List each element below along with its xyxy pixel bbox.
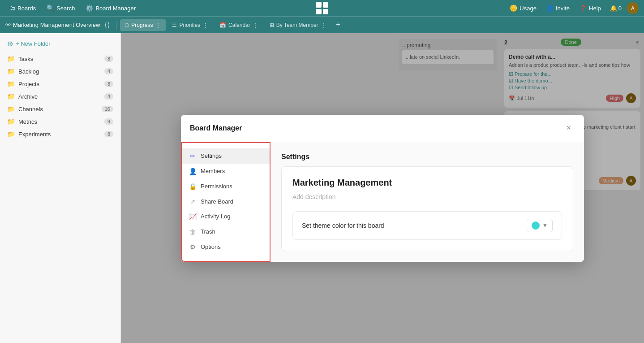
sidebar-item-tasks[interactable]: 📁 Tasks 8 [0, 52, 120, 65]
sidebar-item-experiments[interactable]: 📁 Experiments 8 [0, 128, 120, 140]
help-label: Help [589, 5, 601, 12]
search-label: Search [56, 5, 75, 12]
settings-label: Settings [201, 152, 222, 159]
sidebar-label-experiments: Experiments [18, 131, 51, 138]
badge-archive: 4 [104, 93, 113, 100]
usage-button[interactable]: 🪙 Usage [506, 3, 540, 13]
modal-overlay[interactable]: Board Manager × ✏ Settings 👤 Members [121, 33, 644, 343]
folder-icon-2: 📁 [7, 68, 15, 75]
modal-nav-settings[interactable]: ✏ Settings [182, 148, 270, 164]
board-name: Marketing Management [292, 178, 562, 188]
folder-icon-7: 📁 [7, 130, 15, 138]
divider [116, 21, 116, 30]
chevron-down-icon: ▼ [542, 222, 548, 229]
nav-logo-area [316, 2, 328, 14]
sidebar-item-backlog[interactable]: 📁 Backlog 4 [0, 65, 120, 78]
progress-dots[interactable]: ⋮ [155, 22, 161, 29]
usage-label: Usage [519, 5, 537, 12]
tab-progress[interactable]: ⬡ Progress ⋮ [120, 19, 166, 31]
share-label: Share Board [201, 198, 233, 205]
modal-header: Board Manager × [181, 115, 584, 142]
folder-icon: 📁 [7, 55, 15, 62]
gear-icon: ⚙️ [86, 4, 93, 12]
modal-sidebar: ✏ Settings 👤 Members 🔒 Permissions ↗ [181, 142, 270, 262]
sidebar-item-metrics[interactable]: 📁 Metrics 9 [0, 115, 120, 128]
members-label: Members [201, 168, 225, 174]
theme-row: Set theme color for this board ▼ [292, 211, 562, 240]
modal-nav-trash[interactable]: 🗑 Trash [182, 224, 270, 239]
collapse-icon[interactable]: ⟨⟨ [102, 20, 112, 30]
sidebar-item-channels[interactable]: 📁 Channels 16 [0, 103, 120, 115]
logo-sq1 [316, 2, 322, 8]
board-title: Marketing Management Overview [13, 22, 100, 28]
avatar[interactable]: A [627, 2, 639, 14]
eye-icon[interactable]: 👁 [5, 22, 11, 28]
boards-icon: 🗂 [9, 4, 15, 12]
modal-close-button[interactable]: × [562, 122, 575, 135]
modal-nav-members[interactable]: 👤 Members [182, 164, 270, 179]
priorities-icon: ☰ [172, 22, 177, 28]
modal-content: Settings Marketing Management Add descri… [270, 142, 584, 262]
badge-experiments: 8 [104, 131, 113, 137]
description-placeholder[interactable]: Add description [292, 193, 562, 200]
new-folder-button[interactable]: ⊕ + New Folder [0, 37, 120, 51]
team-dots[interactable]: ⋮ [321, 22, 327, 29]
logo-sq3 [316, 9, 322, 15]
color-dot [532, 221, 540, 230]
nav-board-manager[interactable]: ⚙️ Board Manager [82, 3, 139, 13]
progress-icon: ⬡ [125, 22, 129, 28]
trash-label: Trash [201, 228, 215, 235]
add-view-button[interactable]: + [333, 19, 343, 30]
sidebar-item-archive[interactable]: 📁 Archive 4 [0, 90, 120, 103]
folder-icon-3: 📁 [7, 80, 15, 87]
modal-nav-permissions[interactable]: 🔒 Permissions [182, 179, 270, 194]
nav-search[interactable]: 🔍 Search [43, 3, 78, 13]
coin-icon: 🪙 [510, 4, 517, 12]
calendar-dots[interactable]: ⋮ [253, 22, 259, 29]
folder-icon-5: 📁 [7, 105, 15, 113]
sidebar-label-channels: Channels [18, 106, 43, 113]
sidebar-label-projects: Projects [18, 81, 39, 87]
boards-label: Boards [17, 5, 36, 12]
theme-color-picker[interactable]: ▼ [527, 219, 553, 232]
tab-by-team-member[interactable]: ⊞ By Team Member ⋮ [265, 19, 331, 31]
trash-icon: 🗑 [189, 228, 196, 235]
tab-calendar[interactable]: 📅 Calendar ⋮ [215, 19, 263, 31]
tab-priorities[interactable]: ☰ Priorities ⋮ [167, 19, 213, 31]
folder-icon-4: 📁 [7, 93, 15, 100]
share-icon: ↗ [189, 198, 196, 205]
new-folder-label: + New Folder [16, 40, 51, 47]
nav-boards[interactable]: 🗂 Boards [5, 3, 39, 13]
lock-icon: 🔒 [189, 183, 196, 190]
badge-metrics: 9 [104, 118, 113, 125]
board-manager-modal: Board Manager × ✏ Settings 👤 Members [181, 115, 584, 262]
notification-button[interactable]: 🔔 0 [607, 3, 624, 13]
notification-count: 0 [618, 5, 622, 12]
permissions-label: Permissions [201, 183, 232, 190]
app-logo [316, 2, 328, 14]
invite-button[interactable]: 👤 Invite [543, 3, 573, 13]
modal-nav-activity[interactable]: 📈 Activity Log [182, 209, 270, 224]
logo-sq4 [323, 9, 329, 15]
board-content: 2 Done ▼ Demo call with a... Adrian is a… [121, 33, 644, 343]
badge-backlog: 4 [104, 68, 113, 74]
folder-icon-6: 📁 [7, 118, 15, 125]
sub-nav: 👁 Marketing Management Overview ⟨⟨ ⬡ Pro… [0, 16, 644, 33]
sidebar-label-backlog: Backlog [18, 68, 39, 75]
invite-label: Invite [556, 5, 570, 12]
help-button[interactable]: ❓ Help [576, 3, 605, 13]
priorities-dots[interactable]: ⋮ [202, 22, 209, 29]
bell-icon: 🔔 [610, 5, 617, 12]
logo-sq2 [323, 2, 329, 8]
modal-nav-share[interactable]: ↗ Share Board [182, 194, 270, 209]
modal-body: ✏ Settings 👤 Members 🔒 Permissions ↗ [181, 142, 584, 262]
top-nav: 🗂 Boards 🔍 Search ⚙️ Board Manager 🪙 Usa… [0, 0, 644, 16]
modal-nav-options[interactable]: ⚙ Options [182, 239, 270, 255]
board-manager-label: Board Manager [95, 5, 136, 12]
calendar-icon: 📅 [219, 22, 226, 28]
main-layout: ⊕ + New Folder 📁 Tasks 8 📁 Backlog 4 📁 P… [0, 33, 644, 343]
invite-icon: 👤 [546, 5, 554, 12]
search-icon: 🔍 [47, 4, 54, 12]
sidebar-item-projects[interactable]: 📁 Projects 8 [0, 78, 120, 90]
members-icon: 👤 [189, 168, 196, 175]
